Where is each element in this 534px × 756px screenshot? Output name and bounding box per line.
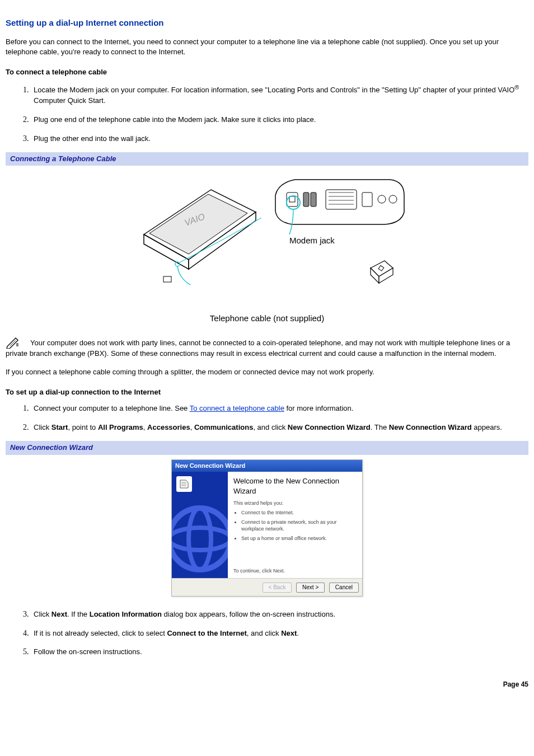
section1-heading: To connect a telephone cable [6,67,528,77]
svg-rect-6 [163,276,171,282]
wizard-bullet: Set up a home or small office network. [241,535,357,542]
svg-rect-8 [289,196,295,202]
svg-rect-10 [303,192,309,206]
intro-paragraph: Before you can connect to the Internet, … [6,37,528,57]
wizard-bullet: Connect to a private network, such as yo… [241,519,357,533]
step2-3: Click Next. If the Location Information … [34,610,335,618]
figure1: VAIO Modem jack [6,170,528,323]
step1-1: Locate the Modem jack on your computer. … [34,86,519,105]
figure1-caption-bar: Connecting a Telephone Cable [6,152,528,166]
wizard-window: New Connection Wizard Welcome to the New… [171,459,363,597]
laptop-illustration: VAIO [133,173,261,285]
modem-jack-label: Modem jack [289,234,335,246]
step1-2: Plug one end of the telephone cable into… [34,115,316,124]
step2-5: Follow the on-screen instructions. [34,647,142,656]
note-icon [6,336,20,349]
wizard-titlebar: New Connection Wizard [172,460,362,472]
note-after-paragraph: If you connect a telephone cable coming … [6,367,528,377]
figure1-subcaption: Telephone cable (not supplied) [6,312,528,324]
svg-rect-13 [362,192,372,206]
page-title: Setting up a dial-up Internet connection [6,17,528,29]
wizard-welcome-heading: Welcome to the New Connection Wizard [233,476,357,496]
steps-list-2: Connect your computer to a telephone lin… [6,403,528,433]
note-text: Your computer does not work with party l… [6,339,510,358]
svg-point-21 [172,528,228,550]
port-panel-illustration [273,173,407,234]
wizard-bullet: Connect to the Internet. [241,509,357,516]
wizard-side-panel [172,472,228,578]
steps-list-1: Locate the Modem jack on your computer. … [6,83,528,144]
svg-point-15 [389,195,397,203]
wizard-continue-text: To continue, click Next. [233,567,285,575]
wall-jack-illustration [368,260,396,288]
wizard-footer: < Back Next > Cancel [172,578,362,596]
wizard-main-panel: Welcome to the New Connection Wizard Thi… [228,472,362,578]
steps-list-2b: Click Next. If the Location Information … [6,609,528,658]
page-number: Page 45 [6,680,528,689]
section2-heading: To set up a dial-up connection to the In… [6,387,528,397]
cancel-button[interactable]: Cancel [329,583,359,593]
step1-3: Plug the other end into the wall jack. [34,134,151,143]
note-block: Your computer does not work with party l… [6,336,528,359]
figure2: New Connection Wizard Welcome to the New… [6,459,528,597]
svg-point-14 [378,195,386,203]
link-connect-cable[interactable]: To connect a telephone cable [190,404,284,412]
step2-2: Click Start, point to All Programs, Acce… [34,423,502,431]
svg-point-22 [189,508,211,570]
figure2-caption-bar: New Connection Wizard [6,441,528,454]
svg-rect-11 [311,192,316,206]
step2-4: If it is not already selected, click to … [34,629,299,637]
wizard-helps-text: This wizard helps you: [233,500,357,507]
step2-1: Connect your computer to a telephone lin… [34,404,353,412]
next-button[interactable]: Next > [296,583,325,593]
back-button[interactable]: < Back [263,583,292,593]
svg-point-20 [172,508,228,570]
